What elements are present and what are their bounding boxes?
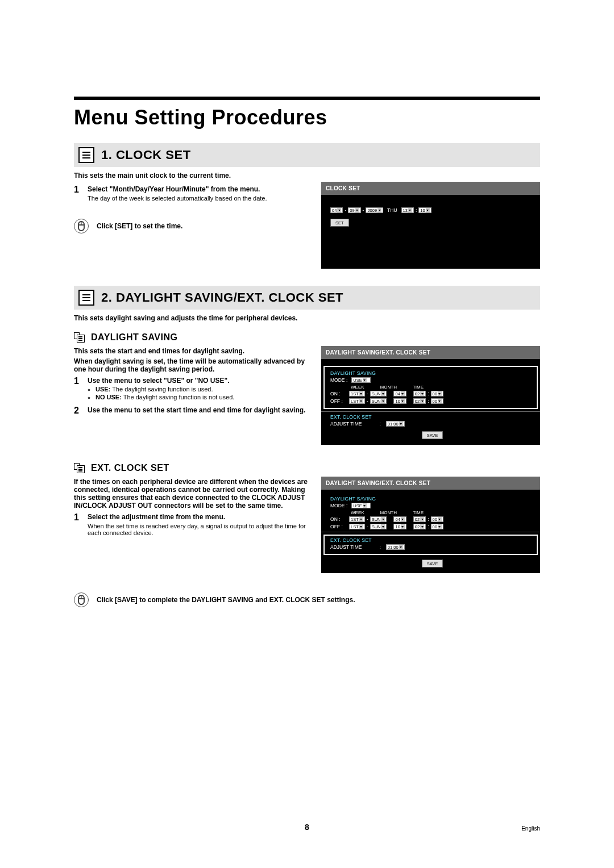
step-number: 1 xyxy=(74,377,82,402)
subsection-ext-clock: EXT. CLOCK SET xyxy=(74,463,540,473)
on-week-select[interactable]: 1ST xyxy=(349,391,365,397)
daylight-step1: Use the menu to select "USE" or "NO USE"… xyxy=(88,377,234,385)
section-heading-dst: 2. DAYLIGHT SAVING/EXT. CLOCK SET xyxy=(74,286,540,310)
page-title: Menu Setting Procedures xyxy=(74,106,540,130)
highlight-box-ext: EXT. CLOCK SET ADJUST TIME : 01:00 xyxy=(323,535,538,555)
mode-label: MODE : xyxy=(330,503,347,508)
panel-section-label: DAYLIGHT SAVING xyxy=(330,370,533,376)
step-1-instruction: Select "Month/Day/Year Hour/Minute" from… xyxy=(88,185,267,193)
submenu-icon xyxy=(74,463,86,473)
clock-set-panel: CLOCK SET 04 - 09 - 2009 THU 13 : 10 SET xyxy=(321,182,540,269)
section-1-intro: This sets the main unit clock to the cur… xyxy=(74,172,540,180)
ext-step1: Select the adjustment time from the menu… xyxy=(88,513,311,521)
ext-step1-note: When the set time is reached every day, … xyxy=(88,523,311,536)
column-headers: WEEK MONTH TIME xyxy=(351,510,534,515)
menu-icon xyxy=(78,290,94,306)
dst-panel-2: DAYLIGHT SAVING/EXT. CLOCK SET DAYLIGHT … xyxy=(321,477,540,573)
on-day-select[interactable]: SUN xyxy=(370,391,387,397)
year-select[interactable]: 2009 xyxy=(366,207,383,213)
on-label: ON : xyxy=(330,516,347,522)
on-day-select[interactable]: SUN xyxy=(370,516,387,522)
off-week-select[interactable]: LST xyxy=(349,398,365,404)
mouse-icon xyxy=(74,219,89,233)
on-hour-select[interactable]: 02 xyxy=(413,516,426,522)
on-label: ON : xyxy=(330,391,347,397)
off-label: OFF : xyxy=(330,398,347,404)
top-rule xyxy=(74,97,540,100)
panel-section-label: EXT. CLOCK SET xyxy=(330,537,533,543)
mouse-instruction-save: Click [SAVE] to complete the DAYLIGHT SA… xyxy=(97,596,355,604)
off-hour-select[interactable]: 02 xyxy=(413,524,426,529)
daylight-heading: DAYLIGHT SAVING xyxy=(91,332,177,343)
panel-section-label: DAYLIGHT SAVING xyxy=(330,496,534,502)
step-1-note: The day of the week is selected automati… xyxy=(88,195,267,202)
highlight-box-daylight: DAYLIGHT SAVING MODE : USE WEEK MONTH TI… xyxy=(323,366,538,409)
day-select[interactable]: 09 xyxy=(348,207,360,213)
section-heading-clock-set: 1. CLOCK SET xyxy=(74,143,540,167)
column-headers: WEEK MONTH TIME xyxy=(351,385,533,390)
on-month-select[interactable]: 04 xyxy=(393,516,406,522)
mouse-instruction-set: Click [SET] to set the time. xyxy=(97,222,182,230)
panel-title: CLOCK SET xyxy=(321,182,540,195)
submenu-icon xyxy=(74,332,86,343)
on-min-select[interactable]: 00 xyxy=(431,391,443,397)
panel-section-label: EXT. CLOCK SET xyxy=(330,414,534,420)
off-month-select[interactable]: 10 xyxy=(393,398,406,404)
month-select[interactable]: 04 xyxy=(330,207,343,213)
off-label: OFF : xyxy=(330,524,347,529)
save-button[interactable]: SAVE xyxy=(422,560,443,567)
adjust-time-label: ADJUST TIME xyxy=(330,544,362,550)
section-1-title: 1. CLOCK SET xyxy=(101,148,191,162)
hour-select[interactable]: 13 xyxy=(401,207,414,213)
mouse-icon xyxy=(74,592,89,607)
language-label: English xyxy=(521,825,540,832)
menu-icon xyxy=(78,147,94,163)
on-min-select[interactable]: 00 xyxy=(431,516,443,522)
section-2-intro: This sets daylight saving and adjusts th… xyxy=(74,314,540,322)
daylight-intro: This sets the start and end times for da… xyxy=(74,347,311,355)
subsection-daylight-saving: DAYLIGHT SAVING xyxy=(74,332,540,343)
dst-panel-1: DAYLIGHT SAVING/EXT. CLOCK SET DAYLIGHT … xyxy=(321,346,540,445)
off-hour-select[interactable]: 02 xyxy=(413,398,426,404)
section-2-title: 2. DAYLIGHT SAVING/EXT. CLOCK SET xyxy=(101,290,343,305)
mode-select[interactable]: USE xyxy=(351,503,371,508)
panel-title: DAYLIGHT SAVING/EXT. CLOCK SET xyxy=(321,477,540,490)
daylight-desc: When daylight saving is set, the time wi… xyxy=(74,357,311,373)
on-week-select[interactable]: 1ST xyxy=(349,516,365,522)
off-month-select[interactable]: 10 xyxy=(393,524,406,529)
off-day-select[interactable]: SUN xyxy=(370,524,387,529)
off-min-select[interactable]: 00 xyxy=(431,398,443,404)
minute-select[interactable]: 10 xyxy=(418,207,431,213)
mode-select[interactable]: USE xyxy=(351,377,371,383)
ext-desc: If the times on each peripheral device a… xyxy=(74,478,311,510)
on-month-select[interactable]: 04 xyxy=(393,391,406,397)
off-day-select[interactable]: SUN xyxy=(370,398,387,404)
on-hour-select[interactable]: 02 xyxy=(413,391,426,397)
ext-heading: EXT. CLOCK SET xyxy=(91,463,169,473)
off-week-select[interactable]: LST xyxy=(349,524,365,529)
weekday-label: THU xyxy=(387,207,397,213)
panel-title: DAYLIGHT SAVING/EXT. CLOCK SET xyxy=(321,346,540,359)
adjust-time-select[interactable]: 01:00 xyxy=(386,421,405,427)
save-button[interactable]: SAVE xyxy=(422,431,443,439)
step-number: 2 xyxy=(74,406,82,415)
daylight-step2: Use the menu to set the start time and e… xyxy=(88,406,305,414)
step-number: 1 xyxy=(74,513,82,536)
adjust-time-select[interactable]: 01:00 xyxy=(386,544,405,550)
set-button[interactable]: SET xyxy=(330,219,349,227)
off-min-select[interactable]: 00 xyxy=(431,524,443,529)
step-number: 1 xyxy=(74,185,82,202)
adjust-time-label: ADJUST TIME xyxy=(330,421,362,427)
page-number: 8 xyxy=(74,823,540,832)
mode-label: MODE : xyxy=(330,377,347,383)
